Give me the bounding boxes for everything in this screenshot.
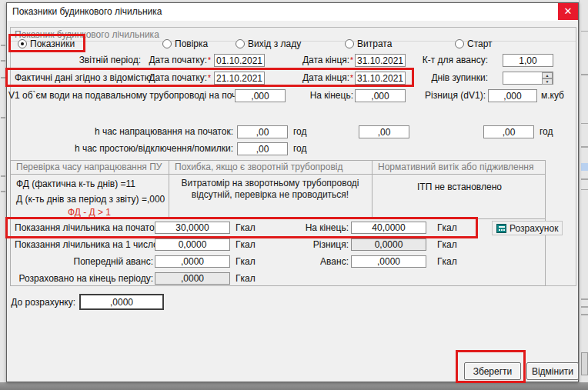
report-date-end-label: Дата кінця:* [302,54,353,67]
v1-end-input[interactable] [355,89,406,102]
calculator-icon [496,224,506,233]
background-window-right [579,0,588,382]
actual-date-start-label: Дата початку:* [145,72,211,85]
close-icon[interactable]: ✕ [558,3,578,20]
hours-idle-label: h час простою/відключення/помилки: [64,142,233,155]
panel-leak-body: ІТП не встановлено [378,181,541,194]
radio-povirka[interactable] [162,39,172,48]
panel-check-alert: ФД - Д > 1 [16,206,162,219]
required-mark: * [208,74,211,82]
meter-diff-label: Різниця: [299,238,349,252]
panel-check-line1: ФД (фактична к-ть днів) =11 [16,178,135,191]
prev-advance-label: Попередній аванс: [15,255,153,268]
to-calc-input[interactable] [79,294,164,310]
calc-end-unit: Гкал [236,272,256,285]
meter-readings-dialog: Показники будинкового лічильника ✕ Показ… [6,2,579,382]
radio-vykhid-z-ladu[interactable] [236,39,245,48]
advance-coef-input[interactable] [503,54,553,67]
radio-vykhid-z-ladu-label[interactable]: Вихід з ладу [248,38,301,51]
hours-work-unit-1: год [293,125,307,138]
required-mark: * [350,56,353,65]
v1-diff-label: Різниця (dV1): [419,89,486,102]
report-date-start-label: Дата початку:* [145,54,211,67]
radio-start-label[interactable]: Старт [467,38,493,51]
report-date-start-input[interactable] [214,54,265,67]
radio-povirka-label[interactable]: Повірка [175,38,208,51]
stop-days-spinner[interactable]: ▲ ▼ [542,72,553,84]
report-period-label: Звітній період: [38,54,141,67]
radio-selected-dot [21,42,24,45]
actual-date-end-label: Дата кінця:* [302,72,353,85]
meter-diff-unit: Гкал [437,238,457,252]
required-mark: * [208,56,211,65]
panel-error-body: Витратомір на зворотньому трубопроводі в… [175,178,366,201]
actual-date-start-input[interactable] [214,72,265,85]
meter-end-input[interactable] [351,222,426,234]
panel-check-header: Перевірка часу напрацювання ПУ [16,161,162,174]
meter-end-label: На кінець: [299,222,349,235]
meter-first-day-label: Показання лічильника на 1 число: [15,238,153,252]
cancel-button[interactable]: Відмінити [526,362,579,380]
panel-error-header: Похибка, якщо є зворотній трубопровід [175,161,342,174]
calculate-button[interactable]: Розрахунок [492,221,563,235]
spinner-down-icon[interactable]: ▼ [542,78,553,85]
v1-start-input[interactable] [235,89,286,102]
hours-work-unit-3: год [540,125,553,138]
hours-idle-unit: год [293,142,307,155]
v1-diff-input[interactable] [488,89,537,102]
spinner-up-icon[interactable]: ▲ [542,72,553,78]
background-strip [0,382,588,390]
calc-end-label: Розраховано на кінець періоду: [15,272,153,285]
stop-days-label: Днів зупинки: [419,72,488,85]
meter-start-unit: Гкал [236,222,256,235]
calculate-button-label: Розрахунок [509,223,558,234]
advance-label: Аванс: [299,255,349,268]
hours-work-input-3[interactable] [483,125,534,138]
meter-start-input[interactable] [155,222,230,234]
dialog-titlebar: Показники будинкового лічильника [7,3,578,21]
actual-data-label: Фактичні дані згідно з відомістю: [15,72,141,85]
prev-advance-input[interactable] [155,255,230,268]
v1-end-label: На кінець: [307,89,353,102]
hours-idle-input[interactable] [237,142,288,155]
meter-end-unit: Гкал [437,222,457,235]
radio-pokaznyky[interactable] [18,39,27,48]
to-calc-label: До розрахунку: [10,296,75,309]
save-button[interactable]: Зберегти [464,362,521,380]
meter-start-label: Показання лічильника на початок: [15,222,153,235]
advance-coef-label: К-т для авансу: [419,54,488,67]
prev-advance-unit: Гкал [236,255,256,268]
actual-date-end-input[interactable] [355,72,406,85]
meter-diff-input [351,238,426,251]
advance-unit: Гкал [437,255,457,268]
panel-leak-header: Нормативний витік або підживлення [378,161,533,174]
calc-end-input [155,272,230,285]
hours-work-input-2[interactable] [359,125,409,138]
dialog-title: Показники будинкового лічильника [12,6,162,17]
v1-unit-label: м.куб [541,89,564,102]
hours-work-label: h час напрацювання на початок: [79,125,233,138]
meter-first-day-unit: Гкал [236,238,256,252]
radio-vytrata-label[interactable]: Витрата [357,38,392,51]
panel-check-line2: Д (к-ть днів за період з звіту) =,000 [16,193,165,206]
radio-vytrata[interactable] [345,39,354,48]
hours-work-input-1[interactable] [237,125,288,138]
required-mark: * [350,74,353,82]
radio-pokaznyky-label[interactable]: Показники [30,38,75,51]
report-date-end-input[interactable] [355,54,406,67]
meter-first-day-input[interactable] [155,238,230,251]
v1-volume-label: V1 об`єм води на подавальному трубопрово… [8,89,232,102]
advance-input[interactable] [351,255,426,268]
background-window-left [0,0,6,382]
radio-start[interactable] [455,39,464,48]
